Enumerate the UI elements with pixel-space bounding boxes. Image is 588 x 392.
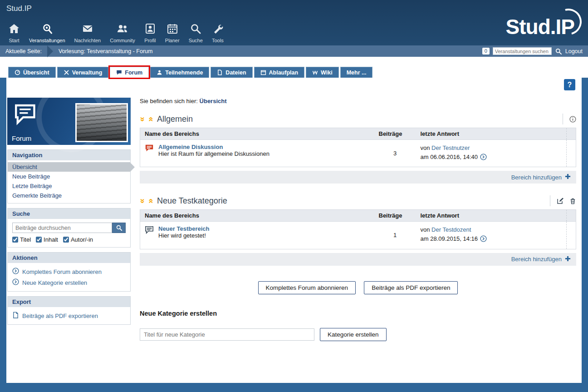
area-link[interactable]: Neuer Testbereich: [158, 225, 209, 232]
add-area-link[interactable]: Bereich hinzufügen: [511, 256, 562, 263]
notification-counter[interactable]: 0: [482, 48, 490, 55]
goto-post-icon[interactable]: [480, 155, 487, 162]
community-icon: [117, 23, 128, 36]
forum-main: Sie befinden sich hier: Übersicht » » Al…: [140, 78, 582, 341]
admin-tools-icon: [64, 69, 69, 75]
navigation-list: Übersicht Neue Beiträge Letzte Beiträge …: [8, 160, 130, 203]
sidebar-item-neue-beitraege[interactable]: Neue Beiträge: [8, 172, 130, 181]
category-neue-testkategorie: » » Neue Testkategorie Name des Bereichs: [140, 194, 576, 265]
tab-uebersicht[interactable]: Übersicht: [8, 67, 56, 78]
participants-icon: [157, 69, 162, 75]
breadcrumb-arrow-icon: [47, 45, 53, 57]
section-title: Export: [8, 297, 130, 307]
topnav-label: Nachrichten: [74, 38, 101, 43]
sidebar-item-letzte-beitraege[interactable]: Letzte Beiträge: [8, 181, 130, 191]
topnav-label: Community: [110, 38, 135, 43]
by-label: von: [421, 144, 430, 151]
course-tabbar: Übersicht Verwaltung Forum Teilnehmende …: [0, 67, 588, 78]
mail-icon: [82, 23, 93, 36]
expand-all-icon[interactable]: »: [146, 116, 154, 123]
tab-dateien[interactable]: Dateien: [211, 67, 252, 78]
tab-verwaltung[interactable]: Verwaltung: [57, 67, 109, 78]
tab-wiki[interactable]: Wiki: [306, 67, 339, 78]
forum-search-input[interactable]: [12, 223, 112, 233]
new-category-form: Kategorie erstellen: [140, 328, 576, 341]
topnav-suche[interactable]: Suche: [184, 23, 207, 43]
row-grip[interactable]: [567, 140, 576, 167]
goto-post-icon[interactable]: [480, 237, 487, 243]
category-tools: [563, 114, 576, 124]
trash-icon[interactable]: [569, 198, 576, 204]
checkbox-titel[interactable]: Titel: [12, 236, 31, 243]
export-pdf-action[interactable]: Beiträge als PDF exportieren: [12, 310, 126, 321]
author-link[interactable]: Der Testnutzer: [431, 144, 470, 151]
tab-label: Übersicht: [23, 69, 49, 76]
subscribe-forum-button[interactable]: Komplettes Forum abonnieren: [258, 281, 356, 294]
studip-logo: Stud.IP: [506, 15, 574, 39]
tab-mehr[interactable]: Mehr ...: [340, 67, 373, 78]
author-link[interactable]: Der Testdozent: [431, 226, 471, 233]
help-button[interactable]: ?: [564, 79, 575, 90]
inhalt-checkbox[interactable]: [36, 237, 42, 243]
sidebar-item-uebersicht[interactable]: Übersicht: [8, 162, 130, 172]
subscribe-forum-action[interactable]: Komplettes Forum abonnieren: [12, 266, 126, 277]
checkbox-autor[interactable]: Autor/-in: [63, 236, 93, 243]
topnav-start[interactable]: Start: [4, 23, 24, 43]
wiki-icon: [312, 69, 318, 75]
action-label: Neue Kategorie erstellen: [22, 279, 87, 286]
area-link[interactable]: Allgemeine Diskussion: [158, 144, 270, 150]
forum-search-button[interactable]: [112, 223, 126, 233]
course-search-input[interactable]: [493, 47, 552, 55]
sidebar-item-label: Letzte Beiträge: [12, 183, 52, 189]
sidebar-item-label: Gemerkte Beiträge: [12, 192, 62, 199]
new-category-title-input[interactable]: [140, 328, 314, 341]
topnav-profil[interactable]: Profil: [140, 23, 161, 43]
tab-teilnehmende[interactable]: Teilnehmende: [150, 67, 209, 78]
location-link[interactable]: Übersicht: [200, 98, 227, 104]
sidebar-item-gemerkte-beitraege[interactable]: Gemerkte Beiträge: [8, 191, 130, 200]
action-label: Komplettes Forum abonnieren: [22, 268, 102, 275]
course-search-button[interactable]: [555, 48, 562, 55]
brand-text: Stud.IP: [6, 4, 32, 13]
home-icon: [8, 23, 20, 36]
topnav-nachrichten[interactable]: Nachrichten: [70, 23, 106, 43]
last-answer-cell: von Der Testdozent am 28.09.2015, 14:16: [416, 222, 567, 249]
plus-icon: [565, 255, 571, 263]
topnav-veranstaltungen[interactable]: Veranstaltungen: [24, 23, 70, 43]
logout-link[interactable]: Logout: [565, 48, 583, 55]
checkbox-label: Titel: [20, 236, 31, 243]
autor-checkbox[interactable]: [63, 237, 69, 243]
expand-all-icon[interactable]: »: [146, 198, 154, 204]
checkbox-inhalt[interactable]: Inhalt: [36, 236, 58, 243]
tab-ablaufplan[interactable]: Ablaufplan: [254, 67, 305, 78]
topnav-planer[interactable]: Planer: [161, 23, 184, 43]
column-name: Name des Bereichs: [140, 210, 374, 222]
add-area-link[interactable]: Bereich hinzufügen: [511, 174, 562, 181]
add-area-bar[interactable]: Bereich hinzufügen: [140, 253, 576, 266]
answer-date: 06.06.2016, 14:40: [430, 154, 478, 160]
tab-label: Verwaltung: [72, 69, 103, 76]
info-icon[interactable]: [569, 116, 576, 123]
tab-forum[interactable]: Forum: [110, 67, 149, 78]
sidebar-actions-section: Aktionen Komplettes Forum abonnieren Neu…: [7, 252, 131, 292]
titel-checkbox[interactable]: [12, 237, 18, 243]
topnav-label: Tools: [212, 38, 224, 43]
add-area-bar[interactable]: Bereich hinzufügen: [140, 171, 576, 184]
top-navigation: Start Veranstaltungen Nachrichten Commun…: [4, 23, 228, 43]
category-header: » » Allgemein: [140, 112, 576, 128]
edit-icon[interactable]: [557, 197, 564, 204]
column-name: Name des Bereichs: [140, 128, 374, 140]
create-category-button[interactable]: Kategorie erstellen: [320, 328, 387, 341]
category-allgemein: » » Allgemein Name des Bereichs Beiträge: [140, 112, 576, 184]
tab-label: Ablaufplan: [269, 69, 299, 76]
topnav-community[interactable]: Community: [105, 23, 140, 43]
new-category-action[interactable]: Neue Kategorie erstellen: [12, 277, 126, 288]
profile-icon: [144, 23, 156, 36]
banner-title: Forum: [12, 134, 31, 142]
sidebar-export-section: Export Beiträge als PDF exportieren: [7, 296, 131, 325]
export-pdf-button[interactable]: Beiträge als PDF exportieren: [364, 281, 458, 294]
row-grip[interactable]: [567, 222, 576, 249]
topnav-tools[interactable]: Tools: [207, 23, 228, 43]
content-area: ? Forum Navigation Übersicht Neue Beiträ…: [6, 78, 582, 383]
studip-app: Stud.IP Start Veranstaltungen Nachrichte…: [0, 0, 588, 392]
